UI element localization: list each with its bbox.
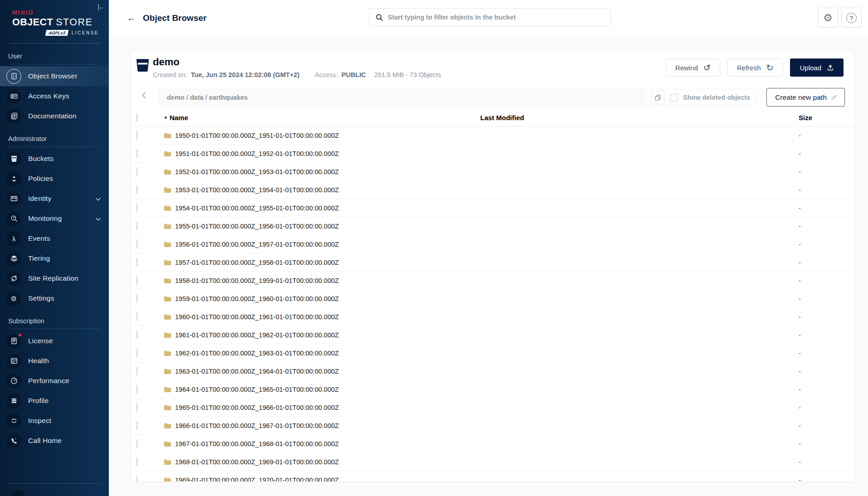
sidebar-item-label: Inspect <box>28 417 51 425</box>
rewind-button[interactable]: Rewind↺ <box>666 58 720 77</box>
sidebar-item-documentation[interactable]: Documentation <box>0 106 109 126</box>
copy-path-button[interactable] <box>651 91 664 104</box>
column-name[interactable]: ▲Name <box>164 114 476 122</box>
sidebar-item-performance[interactable]: Performance <box>0 371 109 391</box>
breadcrumb[interactable]: demo / data / earthquakes <box>158 88 645 107</box>
row-checkbox[interactable] <box>137 331 137 339</box>
object-name: 1968-01-01T00:00:00.000Z_1969-01-01T00:0… <box>175 458 339 466</box>
back-arrow-icon[interactable]: ← <box>127 13 136 23</box>
object-filter-search[interactable] <box>369 8 611 26</box>
table-row[interactable]: 1965-01-01T00:00:00.000Z_1966-01-01T00:0… <box>131 399 854 417</box>
table-row[interactable]: 1957-01-01T00:00:00.000Z_1958-01-01T00:0… <box>131 253 854 272</box>
signout-icon[interactable] <box>10 490 25 496</box>
object-size: - <box>789 241 854 248</box>
row-checkbox[interactable] <box>137 222 137 230</box>
access-value[interactable]: PUBLIC <box>341 71 366 78</box>
breadcrumb-back-icon[interactable] <box>140 91 148 101</box>
collapse-sidebar-icon[interactable]: |← <box>98 3 104 10</box>
row-checkbox[interactable] <box>137 439 137 448</box>
table-row[interactable]: 1959-01-01T00:00:00.000Z_1960-01-01T00:0… <box>131 290 854 308</box>
create-new-path-button[interactable]: Create new path :∕∕ <box>766 88 845 107</box>
table-row[interactable]: 1956-01-01T00:00:00.000Z_1957-01-01T00:0… <box>131 235 854 253</box>
row-checkbox[interactable] <box>137 367 137 375</box>
table-row[interactable]: 1969-01-01T00:00:00.000Z_1970-01-01T00:0… <box>131 471 854 481</box>
sidebar-item-license[interactable]: License <box>0 331 109 351</box>
table-row[interactable]: 1951-01-01T00:00:00.000Z_1952-01-01T00:0… <box>131 145 854 163</box>
show-deleted-checkbox[interactable] <box>670 94 678 102</box>
table-row[interactable]: 1968-01-01T00:00:00.000Z_1969-01-01T00:0… <box>131 453 854 471</box>
object-name: 1952-01-01T00:00:00.000Z_1953-01-01T00:0… <box>175 168 339 175</box>
table-row[interactable]: 1962-01-01T00:00:00.000Z_1963-01-01T00:0… <box>131 344 854 362</box>
table-row[interactable]: 1961-01-01T00:00:00.000Z_1962-01-01T00:0… <box>131 326 854 344</box>
table-row[interactable]: 1966-01-01T00:00:00.000Z_1967-01-01T00:0… <box>131 417 854 435</box>
table-row[interactable]: 1958-01-01T00:00:00.000Z_1959-01-01T00:0… <box>131 272 854 290</box>
column-last-modified[interactable]: Last Modified <box>476 114 789 122</box>
sidebar-item-inspect[interactable]: Inspect <box>0 411 109 431</box>
search-input[interactable] <box>388 14 605 21</box>
sidebar-item-policies[interactable]: Policies <box>0 169 109 189</box>
monitoring-icon <box>6 211 21 226</box>
row-checkbox[interactable] <box>137 421 137 430</box>
sidebar-item-buckets[interactable]: Buckets <box>0 149 109 169</box>
sidebar-item-profile[interactable]: Profile <box>0 391 109 411</box>
row-checkbox[interactable] <box>137 476 137 482</box>
refresh-button[interactable]: Refresh↻ <box>727 58 783 77</box>
chevron-down-icon <box>96 214 101 223</box>
table-row[interactable]: 1954-01-01T00:00:00.000Z_1955-01-01T00:0… <box>131 199 854 217</box>
row-checkbox[interactable] <box>137 276 137 285</box>
object-size: - <box>789 350 854 357</box>
chevron-down-icon <box>96 195 101 203</box>
row-checkbox[interactable] <box>137 240 137 248</box>
row-checkbox[interactable] <box>137 349 137 357</box>
table-row[interactable]: 1953-01-01T00:00:00.000Z_1954-01-01T00:0… <box>131 181 854 199</box>
settings-gear-button[interactable]: ⚙ <box>818 8 838 28</box>
sidebar-item-call-home[interactable]: Call Home <box>0 431 109 451</box>
select-all-checkbox[interactable] <box>137 113 137 122</box>
row-checkbox[interactable] <box>137 312 137 321</box>
row-checkbox[interactable] <box>137 258 137 267</box>
object-size: - <box>789 277 854 284</box>
table-row[interactable]: 1963-01-01T00:00:00.000Z_1964-01-01T00:0… <box>131 362 854 380</box>
sidebar-item-site-replication[interactable]: Site Replication <box>0 268 109 288</box>
object-name: 1953-01-01T00:00:00.000Z_1954-01-01T00:0… <box>175 186 339 194</box>
object-size: - <box>789 422 854 429</box>
sidebar-item-events[interactable]: λEvents <box>0 229 109 248</box>
row-checkbox[interactable] <box>137 131 137 140</box>
table-row[interactable]: 1964-01-01T00:00:00.000Z_1965-01-01T00:0… <box>131 380 854 399</box>
row-checkbox[interactable] <box>137 167 137 176</box>
column-size[interactable]: Size <box>789 114 854 122</box>
row-checkbox[interactable] <box>137 294 137 303</box>
row-checkbox[interactable] <box>137 403 137 412</box>
row-checkbox[interactable] <box>137 385 137 394</box>
sidebar-item-label: Identity <box>28 195 52 203</box>
help-button[interactable]: ? <box>841 8 862 28</box>
sidebar-item-object-browser[interactable]: Object Browser <box>0 66 109 86</box>
object-size: - <box>789 204 854 212</box>
object-size: - <box>789 132 854 139</box>
sidebar-section-label: User <box>0 44 109 64</box>
sidebar-item-health[interactable]: Health <box>0 351 109 371</box>
sidebar-item-identity[interactable]: Identity <box>0 189 109 209</box>
object-name: 1963-01-01T00:00:00.000Z_1964-01-01T00:0… <box>175 368 339 375</box>
table-row[interactable]: 1960-01-01T00:00:00.000Z_1961-01-01T00:0… <box>131 308 854 326</box>
sidebar-item-label: Object Browser <box>28 72 78 80</box>
object-size: - <box>789 458 854 466</box>
table-row[interactable]: 1952-01-01T00:00:00.000Z_1953-01-01T00:0… <box>131 163 854 181</box>
inspect-icon <box>6 413 21 428</box>
buckets-icon <box>6 151 21 166</box>
sidebar-item-access-keys[interactable]: Access Keys <box>0 86 109 106</box>
upload-button[interactable]: Upload <box>790 58 844 77</box>
table-row[interactable]: 1955-01-01T00:00:00.000Z_1956-01-01T00:0… <box>131 217 854 235</box>
sidebar-item-monitoring[interactable]: Monitoring <box>0 209 109 229</box>
row-checkbox[interactable] <box>137 149 137 158</box>
table-row[interactable]: 1950-01-01T00:00:00.000Z_1951-01-01T00:0… <box>131 126 854 145</box>
row-checkbox[interactable] <box>137 204 137 212</box>
show-deleted-label: Show deleted objects <box>683 94 750 101</box>
sidebar-item-tiering[interactable]: Tiering <box>0 248 109 268</box>
sidebar-item-settings[interactable]: ⚙Settings <box>0 288 109 308</box>
row-checkbox[interactable] <box>137 457 137 466</box>
sidebar-item-label: Call Home <box>28 437 62 445</box>
table-row[interactable]: 1967-01-01T00:00:00.000Z_1968-01-01T00:0… <box>131 435 854 453</box>
row-checkbox[interactable] <box>137 185 137 194</box>
sidebar-item-label: Documentation <box>28 112 77 120</box>
